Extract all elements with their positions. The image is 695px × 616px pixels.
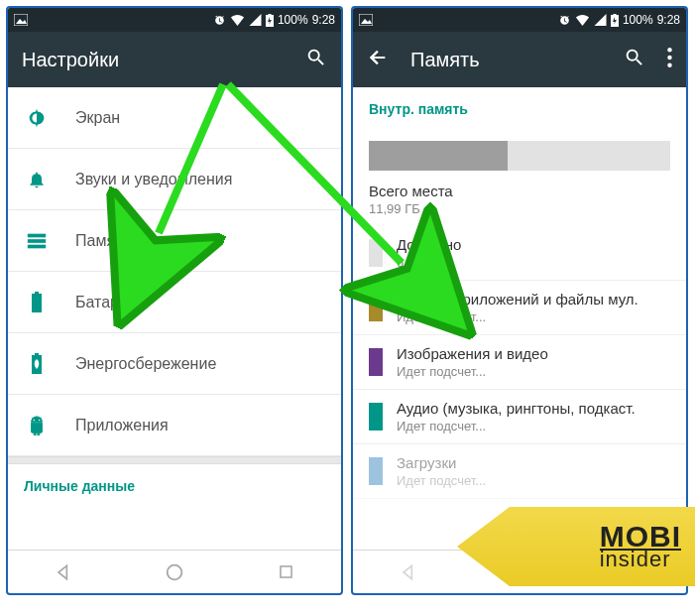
settings-list: Экран Звуки и уведомления Память Батарея… xyxy=(8,87,341,550)
svg-rect-9 xyxy=(32,294,42,312)
storage-row-sub: Идет подсчет... xyxy=(397,473,486,488)
svg-rect-17 xyxy=(281,566,291,577)
storage-used-segment xyxy=(369,141,508,171)
nav-bar xyxy=(8,550,341,593)
nav-recent-icon[interactable] xyxy=(277,562,295,581)
signal-icon xyxy=(249,14,262,26)
svg-marker-20 xyxy=(594,14,606,26)
svg-rect-10 xyxy=(35,292,39,295)
storage-content: Внутр. память Всего места 11,99 ГБ Досту… xyxy=(353,87,686,550)
bell-icon xyxy=(26,169,48,190)
nav-home-icon[interactable] xyxy=(164,561,185,583)
svg-point-13 xyxy=(34,419,35,420)
svg-rect-7 xyxy=(28,239,46,243)
picture-icon xyxy=(359,14,373,26)
nav-back-icon[interactable] xyxy=(54,562,73,582)
row-display[interactable]: Экран xyxy=(8,87,341,149)
storage-row-title: Доступно xyxy=(397,236,461,253)
row-powersave[interactable]: Энергосбережение xyxy=(8,333,341,395)
page-title: Память xyxy=(410,49,602,71)
more-icon[interactable] xyxy=(667,48,672,71)
storage-row-title: Аудио (музыка, рингтоны, подкаст. xyxy=(397,400,636,417)
svg-marker-1 xyxy=(16,19,27,24)
svg-rect-12 xyxy=(35,353,39,356)
section-header: Личные данные xyxy=(8,464,341,504)
storage-row-title: Загрузки xyxy=(397,454,486,471)
storage-row-sub: Идет подсчет... xyxy=(397,364,548,379)
wifi-icon xyxy=(230,14,245,26)
color-swatch xyxy=(369,239,383,267)
clock-time: 9:28 xyxy=(657,13,680,27)
alarm-icon xyxy=(558,14,571,27)
svg-point-16 xyxy=(168,564,182,579)
svg-point-26 xyxy=(667,63,671,67)
row-apps[interactable]: Приложения xyxy=(8,395,341,456)
svg-marker-15 xyxy=(58,565,66,578)
search-icon[interactable] xyxy=(305,47,327,72)
svg-rect-22 xyxy=(613,14,616,16)
storage-row-sub: Идет подсчет... xyxy=(397,309,638,324)
storage-row-available[interactable]: Доступно 6,63 ГБ xyxy=(353,226,686,281)
display-icon xyxy=(26,107,48,129)
color-swatch xyxy=(369,403,383,431)
row-label: Экран xyxy=(75,109,120,127)
row-battery[interactable]: Батарея xyxy=(8,272,341,333)
leaf-battery-icon xyxy=(26,353,48,375)
battery-icon xyxy=(26,292,48,313)
row-memory[interactable]: Память xyxy=(8,210,341,272)
phone-left: 100% 9:28 Настройки Экран Звуки и уведом… xyxy=(6,6,343,595)
back-icon[interactable] xyxy=(367,47,389,72)
storage-row-audio[interactable]: Аудио (музыка, рингтоны, подкаст. Идет п… xyxy=(353,390,686,444)
svg-rect-6 xyxy=(28,233,46,237)
wifi-icon xyxy=(575,14,590,26)
app-bar: Память xyxy=(353,32,686,87)
total-value: 11,99 ГБ xyxy=(369,201,670,216)
row-sound[interactable]: Звуки и уведомления xyxy=(8,149,341,210)
total-label: Всего места xyxy=(369,183,670,199)
search-icon[interactable] xyxy=(624,47,645,72)
status-bar: 100% 9:28 xyxy=(353,8,686,32)
battery-pct: 100% xyxy=(623,13,653,27)
watermark-line2: insider xyxy=(600,549,681,569)
clock-time: 9:28 xyxy=(312,13,335,27)
svg-point-25 xyxy=(667,56,671,60)
nav-back-icon[interactable] xyxy=(399,562,418,582)
color-swatch xyxy=(369,457,383,485)
storage-row-apps[interactable]: Данные приложений и файлы мул. Идет подс… xyxy=(353,281,686,335)
battery-icon xyxy=(611,14,619,27)
storage-icon xyxy=(26,232,48,250)
color-swatch xyxy=(369,348,383,376)
storage-row-sub: 6,63 ГБ xyxy=(397,255,461,270)
section-header: Внутр. память xyxy=(353,87,686,127)
battery-pct: 100% xyxy=(278,13,308,27)
storage-usage-bar xyxy=(369,141,670,171)
svg-point-14 xyxy=(39,419,40,420)
android-icon xyxy=(26,416,48,435)
storage-total: Всего места 11,99 ГБ xyxy=(353,179,686,226)
storage-row-images[interactable]: Изображения и видео Идет подсчет... xyxy=(353,335,686,390)
page-title: Настройки xyxy=(22,49,284,71)
storage-row-title: Изображения и видео xyxy=(397,345,548,362)
phone-right: 100% 9:28 Память Внутр. память Всего мес… xyxy=(351,6,688,595)
svg-rect-4 xyxy=(268,14,271,16)
alarm-icon xyxy=(213,14,226,27)
signal-icon xyxy=(594,14,607,26)
row-label: Энергосбережение xyxy=(75,355,216,373)
svg-marker-27 xyxy=(404,565,411,578)
svg-marker-19 xyxy=(361,19,372,24)
row-label: Приложения xyxy=(75,417,169,434)
storage-row-title: Данные приложений и файлы мул. xyxy=(397,291,638,308)
section-separator xyxy=(8,456,341,464)
picture-icon xyxy=(14,14,28,26)
svg-rect-8 xyxy=(28,244,46,248)
row-label: Звуки и уведомления xyxy=(75,171,232,188)
svg-point-24 xyxy=(667,48,671,52)
watermark-line1: MOBI xyxy=(600,524,681,550)
status-bar: 100% 9:28 xyxy=(8,8,341,32)
storage-row-sub: Идет подсчет... xyxy=(397,419,636,433)
color-swatch xyxy=(369,294,383,321)
row-label: Батарея xyxy=(75,294,137,311)
storage-row-downloads[interactable]: Загрузки Идет подсчет... xyxy=(353,444,686,499)
battery-icon xyxy=(266,14,274,27)
app-bar: Настройки xyxy=(8,32,341,87)
